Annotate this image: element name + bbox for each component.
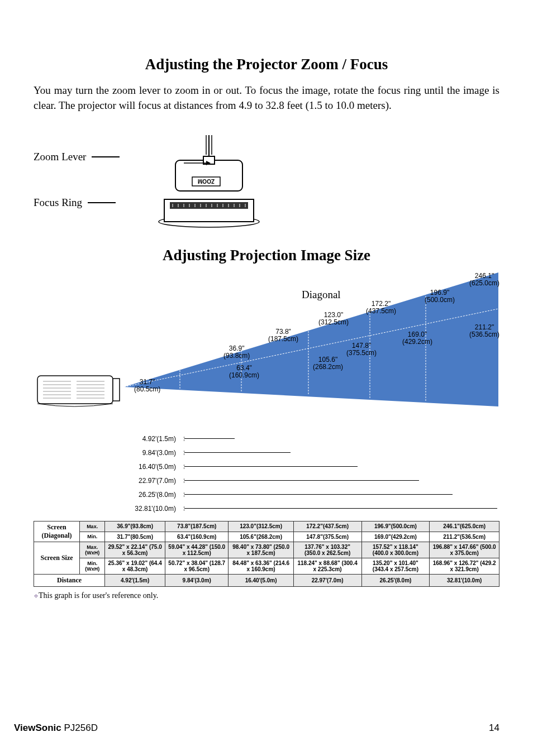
- focus-pointer-line: [88, 202, 116, 203]
- svg-rect-39: [113, 379, 120, 401]
- title-image-size: Adjusting Projection Image Size: [34, 247, 499, 264]
- zoom-pointer-line: [92, 156, 120, 157]
- svg-rect-2: [170, 202, 248, 209]
- svg-rect-26: [37, 376, 113, 404]
- page-footer: ViewSonic PJ256D 14: [14, 722, 499, 734]
- footer-brand: ViewSonic: [14, 722, 61, 733]
- projector-illustration: ZOOM: [131, 130, 287, 230]
- header-distance: Distance: [34, 575, 105, 587]
- footnote: ❖This graph is for user's reference only…: [34, 591, 499, 600]
- title-zoom-focus: Adjusting the Projector Zoom / Focus: [34, 56, 499, 73]
- zoom-lever-label: Zoom Lever: [34, 151, 86, 163]
- header-screen-size: Screen Size: [34, 542, 80, 575]
- spec-table: Screen (Diagonal) Max. 36.9"(93.8cm) 73.…: [34, 521, 499, 587]
- zoom-focus-diagram: Zoom Lever Focus Ring ZOOM: [34, 130, 499, 230]
- footer-model: PJ256D: [61, 722, 98, 733]
- diagonal-label: Diagonal: [302, 289, 341, 301]
- projection-chart: Diagonal 36.9"(93.8cm) 73.8"(187.5cm) 12…: [34, 272, 499, 429]
- body-paragraph: You may turn the zoom lever to zoom in o…: [34, 83, 499, 113]
- page-number: 14: [489, 722, 499, 734]
- distance-bars: 4.92'(1.5m) 9.84'(3.0m) 16.40'(5.0m) 22.…: [34, 432, 499, 515]
- focus-ring-label: Focus Ring: [34, 197, 82, 209]
- svg-text:ZOOM: ZOOM: [198, 178, 215, 184]
- header-screen-diagonal: Screen (Diagonal): [34, 521, 80, 542]
